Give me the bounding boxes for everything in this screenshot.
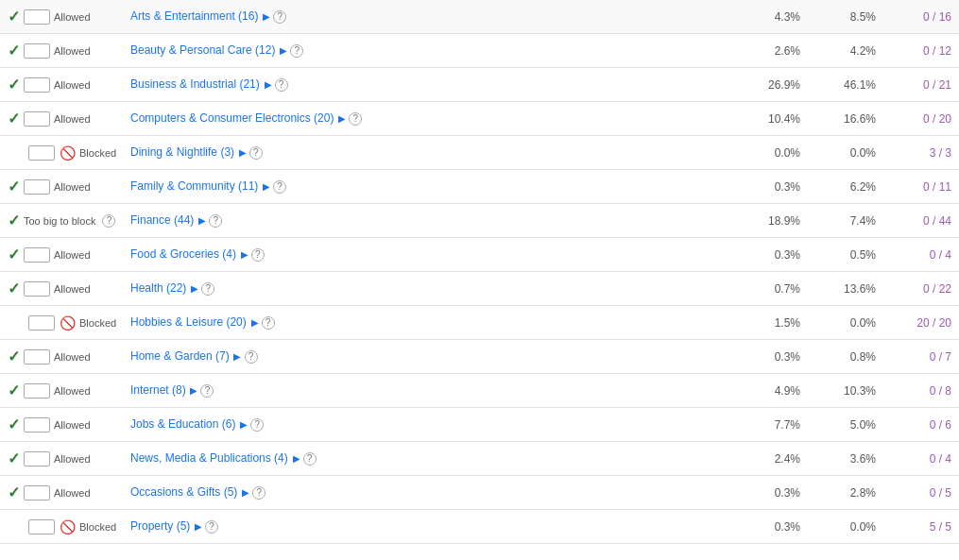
category-link[interactable]: Finance (44): [130, 213, 194, 227]
category-help-icon[interactable]: ?: [245, 350, 258, 364]
category-help-icon[interactable]: ?: [209, 214, 222, 228]
category-help-icon[interactable]: ?: [251, 248, 265, 262]
block-icon: 🚫: [59, 144, 76, 161]
category-link[interactable]: Hobbies & Leisure (20): [130, 315, 247, 329]
toggle-box[interactable]: [28, 315, 55, 331]
category-link[interactable]: Occasions & Gifts (5): [130, 485, 237, 499]
status-col: 🚫Blocked: [8, 518, 130, 535]
toggle-box[interactable]: [28, 519, 55, 535]
category-link[interactable]: News, Media & Publications (4): [130, 451, 288, 465]
category-link[interactable]: Jobs & Education (6): [130, 417, 235, 431]
pct2: 5.0%: [800, 418, 876, 432]
expand-arrow-icon[interactable]: ▶: [238, 249, 248, 260]
status-col: ✓Too big to block?: [8, 212, 130, 229]
expand-arrow-icon[interactable]: ▶: [192, 521, 202, 532]
category-help-icon[interactable]: ?: [303, 452, 317, 466]
ratio: 0 / 21: [876, 78, 951, 92]
table-row: ✓AllowedJobs & Education (6) ▶?7.7%5.0%0…: [0, 408, 959, 442]
table-row: 🚫BlockedHobbies & Leisure (20) ▶?1.5%0.0…: [0, 306, 959, 340]
expand-arrow-icon[interactable]: ▶: [260, 181, 270, 192]
category-help-icon[interactable]: ?: [250, 418, 264, 432]
pct1: 0.3%: [725, 350, 800, 364]
toggle-box[interactable]: [24, 9, 50, 25]
check-icon: ✓: [8, 348, 20, 365]
category-link[interactable]: Food & Groceries (4): [130, 247, 236, 261]
ratio: 0 / 6: [876, 418, 951, 432]
expand-arrow-icon[interactable]: ▶: [277, 45, 287, 56]
check-icon: ✓: [8, 178, 20, 195]
category-help-icon[interactable]: ?: [273, 180, 286, 194]
check-icon: ✓: [8, 246, 20, 263]
category-help-icon[interactable]: ?: [201, 282, 214, 296]
category-help-icon[interactable]: ?: [262, 316, 275, 330]
toggle-box[interactable]: [28, 145, 55, 161]
expand-arrow-icon[interactable]: ▶: [188, 283, 198, 294]
ratio: 0 / 12: [876, 44, 951, 58]
toggle-box[interactable]: [24, 281, 50, 297]
category-help-icon[interactable]: ?: [200, 384, 214, 398]
toggle-box[interactable]: [24, 179, 50, 195]
category-link[interactable]: Health (22): [130, 281, 186, 295]
category-link[interactable]: Arts & Entertainment (16): [130, 9, 258, 23]
category-link[interactable]: Business & Industrial (21): [130, 77, 260, 91]
status-col: ✓Allowed: [8, 8, 130, 25]
status-col: ✓Allowed: [8, 348, 130, 365]
status-label: Allowed: [54, 113, 91, 125]
pct1: 0.3%: [725, 520, 800, 534]
table-row: ✓AllowedBusiness & Industrial (21) ▶?26.…: [0, 68, 959, 102]
category-help-icon[interactable]: ?: [205, 520, 218, 534]
expand-arrow-icon[interactable]: ▶: [236, 147, 247, 158]
category-link[interactable]: Family & Community (11): [130, 179, 258, 193]
category-help-icon[interactable]: ?: [275, 78, 288, 92]
pct2: 2.8%: [800, 486, 876, 500]
category-col: Computers & Consumer Electronics (20) ▶?: [130, 111, 725, 126]
category-link[interactable]: Home & Garden (7): [130, 349, 230, 363]
expand-arrow-icon[interactable]: ▶: [239, 487, 249, 498]
table-row: ✓AllowedFamily & Community (11) ▶?0.3%6.…: [0, 170, 959, 204]
toggle-box[interactable]: [24, 485, 50, 501]
table-row: ✓AllowedHome & Garden (7) ▶?0.3%0.8%0 / …: [0, 340, 959, 374]
expand-arrow-icon[interactable]: ▶: [188, 385, 198, 396]
status-label: Allowed: [54, 419, 91, 431]
expand-arrow-icon[interactable]: ▶: [290, 453, 300, 464]
expand-arrow-icon[interactable]: ▶: [335, 113, 346, 124]
help-icon[interactable]: ?: [102, 214, 115, 228]
category-help-icon[interactable]: ?: [249, 146, 263, 160]
expand-arrow-icon[interactable]: ▶: [260, 11, 270, 22]
status-label: Blocked: [79, 317, 116, 329]
expand-arrow-icon[interactable]: ▶: [262, 79, 272, 90]
category-help-icon[interactable]: ?: [290, 44, 303, 58]
toggle-box[interactable]: [24, 349, 50, 365]
status-col: ✓Allowed: [8, 450, 130, 467]
toggle-box[interactable]: [24, 77, 50, 93]
toggle-box[interactable]: [24, 417, 50, 433]
status-label: Allowed: [54, 351, 91, 363]
category-col: Finance (44) ▶?: [130, 213, 725, 228]
expand-arrow-icon[interactable]: ▶: [237, 419, 248, 430]
toggle-box[interactable]: [24, 247, 50, 263]
category-link[interactable]: Property (5): [130, 519, 190, 533]
toggle-box[interactable]: [24, 451, 50, 467]
category-help-icon[interactable]: ?: [252, 486, 265, 500]
category-link[interactable]: Internet (8): [130, 383, 186, 397]
category-link[interactable]: Dining & Nightlife (3): [130, 145, 234, 159]
toggle-box[interactable]: [24, 111, 50, 127]
category-link[interactable]: Computers & Consumer Electronics (20): [130, 111, 334, 125]
category-link[interactable]: Beauty & Personal Care (12): [130, 43, 275, 57]
ratio: 0 / 4: [876, 452, 951, 466]
status-label: Allowed: [54, 453, 91, 465]
pct2: 0.0%: [800, 146, 876, 160]
expand-arrow-icon[interactable]: ▶: [196, 215, 206, 226]
status-label: Allowed: [54, 283, 91, 295]
category-help-icon[interactable]: ?: [273, 10, 286, 24]
toggle-box[interactable]: [24, 43, 50, 59]
expand-arrow-icon[interactable]: ▶: [231, 351, 242, 362]
pct2: 3.6%: [800, 452, 876, 466]
category-help-icon[interactable]: ?: [349, 112, 362, 126]
category-col: Dining & Nightlife (3) ▶?: [130, 145, 725, 160]
pct2: 13.6%: [800, 282, 876, 296]
expand-arrow-icon[interactable]: ▶: [248, 317, 259, 328]
toggle-box[interactable]: [24, 383, 50, 399]
ratio: 5 / 5: [876, 520, 951, 534]
ratio: 0 / 7: [876, 350, 951, 364]
